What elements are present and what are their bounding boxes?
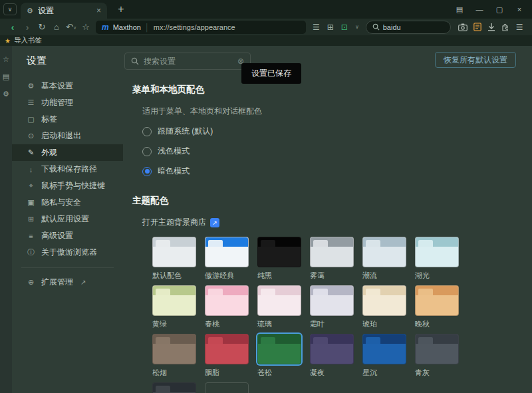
sidebar-item-about[interactable]: ⓘ 关于傲游浏览器: [12, 244, 123, 261]
theme-card[interactable]: 默认配色: [152, 237, 196, 279]
workspace-icon[interactable]: ▤: [451, 5, 468, 14]
menu-color-section-subtitle: 适用于菜单、本地页和对话框配色: [142, 106, 532, 117]
theme-name: 春桃: [205, 320, 249, 328]
theme-card[interactable]: 暗夜: [152, 382, 196, 393]
back-button[interactable]: ‹: [5, 22, 20, 33]
theme-thumbnail: [257, 285, 301, 316]
close-button[interactable]: ×: [511, 5, 528, 13]
theme-thumbnail: [362, 285, 406, 316]
rail-favorites-icon[interactable]: ☆: [3, 55, 9, 64]
theme-thumbnail: [415, 285, 459, 316]
radio-icon[interactable]: [142, 127, 152, 136]
theme-store-link-label: 打开主题背景商店: [142, 217, 206, 228]
sidebar-item-privacy[interactable]: ▣ 隐私与安全: [12, 194, 123, 211]
theme-thumbnail: [362, 237, 406, 267]
theme-card[interactable]: 潮流: [362, 237, 406, 279]
url-text: mx://settings/appearance: [154, 23, 235, 31]
notes-button[interactable]: [473, 23, 481, 31]
undo-icon: ↶: [66, 22, 73, 32]
theme-thumbnail: [152, 382, 196, 393]
theme-card[interactable]: 凝夜: [310, 334, 354, 376]
theme-card[interactable]: 胭脂: [205, 334, 249, 376]
tab-settings[interactable]: ⚙ 设置 ×: [21, 3, 107, 19]
search-engine-value: baidu: [383, 23, 401, 31]
snap-icon[interactable]: ⊡: [341, 23, 348, 32]
address-bar[interactable]: m Maxthon │ mx://settings/appearance: [96, 21, 306, 34]
theme-card[interactable]: 雾霭: [310, 237, 354, 279]
tab-list-button[interactable]: ∨: [3, 3, 17, 15]
theme-card-selected[interactable]: 苍松: [257, 334, 301, 376]
sidebar-item-basic[interactable]: ⚙ 基本设置: [12, 78, 123, 94]
theme-card[interactable]: 晚秋: [415, 285, 459, 328]
sidebar-item-label: 关于傲游浏览器: [41, 247, 97, 258]
download-button[interactable]: [487, 23, 495, 31]
refresh-button[interactable]: ↻: [35, 22, 49, 32]
theme-card[interactable]: 青灰: [415, 334, 459, 376]
titlebar: ∨ ⚙ 设置 × + ▤ — ▢ ×: [0, 0, 532, 19]
theme-card[interactable]: 琥珀: [362, 285, 406, 328]
home-button[interactable]: ⌂: [49, 22, 64, 32]
extensions-puzzle-icon[interactable]: [501, 23, 510, 31]
sidebar-item-tabs[interactable]: ▢ 标签: [12, 111, 123, 128]
theme-card[interactable]: 湖光: [415, 237, 459, 279]
chevron-down-icon[interactable]: ∨: [355, 24, 359, 30]
sidebar-item-advanced[interactable]: ≡ 高级设置: [12, 227, 123, 244]
settings-search-input[interactable]: 搜索设置 ⊗: [124, 53, 251, 70]
theme-name: 星沉: [362, 368, 406, 376]
radio-icon[interactable]: [142, 147, 152, 156]
undo-closed-tab-button[interactable]: ↶∨: [64, 22, 78, 32]
import-bookmarks-button[interactable]: 导入书签: [14, 36, 42, 45]
theme-card[interactable]: 星沉: [362, 334, 406, 376]
theme-store-link-icon: ↗: [210, 218, 219, 227]
main-menu-icon[interactable]: ☰: [516, 23, 523, 32]
rail-settings-gear-icon[interactable]: ⚙: [3, 90, 9, 98]
theme-name: 纯黑: [257, 271, 301, 279]
sidebar-item-appearance[interactable]: ✎ 外观: [12, 144, 123, 161]
maxthon-logo: m: [102, 23, 109, 32]
camera-button[interactable]: [458, 23, 467, 31]
sidebar-item-label: 功能管理: [41, 97, 73, 108]
rail-panel-icon[interactable]: ▤: [3, 72, 9, 81]
apps-icon: ⊞: [27, 215, 35, 223]
theme-card[interactable]: 傲游经典: [205, 237, 249, 279]
theme-card[interactable]: 松烟: [152, 334, 196, 376]
power-icon: ⊙: [27, 132, 35, 140]
theme-card[interactable]: 霜叶: [310, 285, 354, 328]
favorite-star-button[interactable]: ☆: [78, 22, 93, 32]
new-tab-button[interactable]: +: [114, 3, 128, 15]
theme-thumbnail: [205, 285, 249, 316]
split-screen-icon[interactable]: ⊞: [327, 23, 334, 32]
search-box[interactable]: baidu: [366, 21, 451, 34]
sidebar-item-extensions[interactable]: ⊕ 扩展管理 ↗: [12, 274, 123, 291]
mouse-icon: ⌖: [27, 182, 35, 190]
theme-card[interactable]: 春桃: [205, 285, 249, 328]
sidebar-item-features[interactable]: ☰ 功能管理: [12, 94, 123, 111]
tab-close-icon[interactable]: ×: [96, 6, 101, 15]
radio-checked-icon[interactable]: [142, 167, 152, 176]
settings-content: 搜索设置 ⊗ 恢复所有默认设置 设置已保存 菜单和本地页配色 适用于菜单、本地页…: [123, 46, 532, 393]
sidebar-item-gestures[interactable]: ⌖ 鼠标手势与快捷键: [12, 178, 123, 194]
sidebar-item-default-apps[interactable]: ⊞ 默认应用设置: [12, 211, 123, 227]
maximize-button[interactable]: ▢: [491, 5, 508, 14]
search-icon: [372, 23, 380, 31]
radio-light-mode[interactable]: 浅色模式: [142, 146, 532, 157]
theme-name: 晚秋: [415, 320, 459, 328]
radio-dark-mode[interactable]: 暗色模式: [142, 166, 532, 177]
plus-icon[interactable]: +: [205, 382, 249, 393]
restore-defaults-button[interactable]: 恢复所有默认设置: [435, 52, 516, 68]
radio-follow-system[interactable]: 跟随系统 (默认): [142, 126, 532, 137]
sidebar-item-downloads[interactable]: ↓ 下载和保存路径: [12, 161, 123, 178]
sidebar-item-startup[interactable]: ⊙ 启动和退出: [12, 128, 123, 144]
theme-card[interactable]: 琉璃: [257, 285, 301, 328]
theme-thumbnail: [415, 334, 459, 364]
sidebar-item-label: 隐私与安全: [41, 197, 81, 208]
forward-button[interactable]: ›: [20, 22, 35, 33]
sidebar-item-label: 外观: [41, 147, 57, 158]
theme-store-link[interactable]: 打开主题背景商店 ↗: [142, 217, 532, 228]
theme-name: 松烟: [152, 368, 196, 376]
theme-card[interactable]: 黄绿: [152, 285, 196, 328]
reader-mode-icon[interactable]: ☰: [313, 23, 320, 32]
add-theme-card[interactable]: +: [205, 382, 249, 393]
minimize-button[interactable]: —: [471, 5, 488, 13]
theme-card[interactable]: 纯黑: [257, 237, 301, 279]
